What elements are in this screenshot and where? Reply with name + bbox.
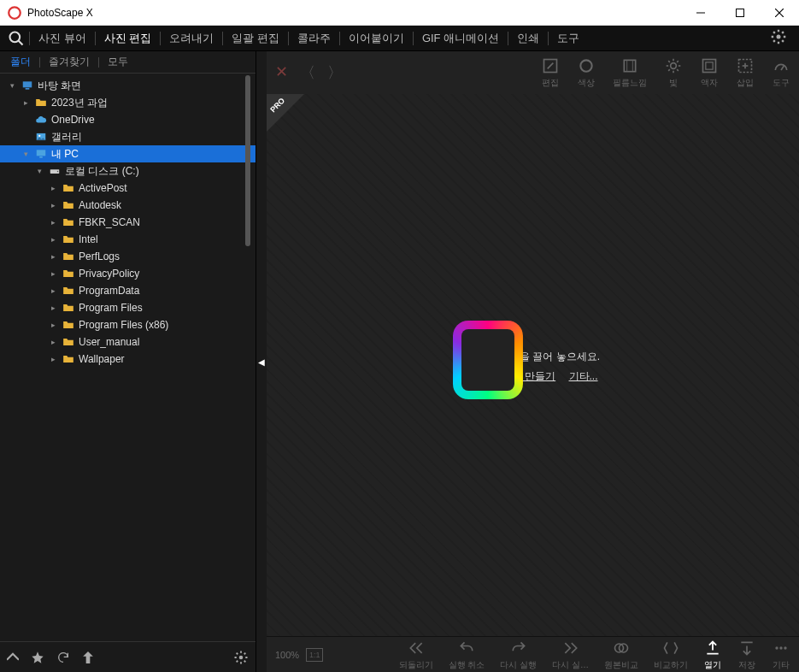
side-tab-0[interactable]: 폴더 bbox=[7, 53, 34, 71]
chevron-right-icon[interactable]: ▸ bbox=[48, 252, 58, 261]
folder-yellow-icon bbox=[62, 250, 75, 263]
prev-icon[interactable]: 〈 bbox=[300, 62, 315, 83]
gallery-icon bbox=[34, 130, 48, 144]
tree-row-3[interactable]: ▾내 PC bbox=[0, 145, 256, 162]
svg-point-39 bbox=[775, 646, 778, 649]
star-icon[interactable] bbox=[31, 651, 44, 664]
chevron-right-icon[interactable]: ▸ bbox=[48, 321, 58, 329]
tree-row-9[interactable]: ▸PerfLogs bbox=[0, 248, 256, 265]
frame-icon bbox=[700, 56, 719, 75]
menu-item-0[interactable]: 사진 뷰어 bbox=[30, 31, 95, 46]
bottom-tool-undo-all[interactable]: 되돌리기 bbox=[399, 639, 433, 671]
open-icon bbox=[703, 639, 722, 657]
chevron-right-icon[interactable]: ▸ bbox=[48, 338, 58, 346]
svg-rect-19 bbox=[624, 60, 635, 71]
next-icon[interactable]: 〉 bbox=[327, 62, 343, 83]
tree-row-5[interactable]: ▸ActivePost bbox=[0, 180, 256, 197]
sidebar-gear-icon[interactable] bbox=[233, 650, 249, 665]
tool-film[interactable]: 필름느낌 bbox=[613, 56, 647, 89]
chevron-right-icon[interactable]: ▸ bbox=[48, 304, 58, 312]
fit-button[interactable]: 1:1 bbox=[306, 648, 323, 662]
splitter[interactable]: ◀ bbox=[256, 51, 267, 672]
folder-tree[interactable]: ▾바탕 화면▸2023년 과업OneDrive갤러리▾내 PC▾로컬 디스크 (… bbox=[0, 74, 256, 641]
chevron-right-icon[interactable]: ▸ bbox=[21, 98, 31, 107]
redo-all-icon bbox=[561, 639, 580, 657]
tool-gauge[interactable]: 도구 bbox=[772, 56, 790, 89]
chevron-right-icon[interactable]: ▸ bbox=[48, 201, 58, 209]
tool-label: 빛 bbox=[669, 77, 678, 89]
menu-item-3[interactable]: 일괄 편집 bbox=[223, 31, 288, 46]
tool-insert[interactable]: 삽입 bbox=[736, 56, 755, 89]
chevron-right-icon[interactable]: ▸ bbox=[48, 184, 58, 192]
svg-point-7 bbox=[777, 35, 781, 39]
folder-yellow-icon bbox=[62, 233, 75, 246]
menu-item-2[interactable]: 오려내기 bbox=[161, 31, 222, 46]
tree-row-8[interactable]: ▸Intel bbox=[0, 231, 256, 248]
tool-frame[interactable]: 액자 bbox=[700, 56, 719, 89]
menu-item-8[interactable]: 도구 bbox=[549, 31, 588, 46]
tree-row-2[interactable]: 갤러리 bbox=[0, 128, 256, 145]
tool-edit[interactable]: 편집 bbox=[541, 56, 560, 89]
other-link[interactable]: 기타... bbox=[569, 370, 598, 382]
bottom-tool-compare[interactable]: 원본비교 bbox=[604, 639, 638, 671]
tool-sun[interactable]: 빛 bbox=[664, 56, 683, 89]
canvas[interactable]: PRO 여기에 사진을 끌어 놓으세요. 열기 새로 만들기 기타... bbox=[267, 94, 799, 636]
chevron-right-icon[interactable]: ▸ bbox=[48, 355, 58, 363]
expand-up-icon[interactable] bbox=[7, 651, 19, 663]
refresh-icon[interactable] bbox=[56, 651, 70, 664]
up-arrow-icon[interactable] bbox=[82, 651, 94, 663]
zoom-label[interactable]: 100% bbox=[275, 650, 299, 660]
menu-item-5[interactable]: 이어붙이기 bbox=[340, 31, 413, 46]
tree-row-15[interactable]: ▸Wallpaper bbox=[0, 351, 256, 368]
pro-badge[interactable] bbox=[267, 94, 304, 132]
settings-icon[interactable] bbox=[765, 28, 792, 48]
bottom-tool-redo-all[interactable]: 다시 실… bbox=[552, 639, 589, 671]
menu-item-4[interactable]: 콜라주 bbox=[289, 31, 339, 46]
bottom-tool-save[interactable]: 저장 bbox=[737, 639, 756, 671]
chevron-down-icon[interactable]: ▾ bbox=[34, 167, 44, 175]
side-tab-1[interactable]: 즐겨찾기 bbox=[45, 53, 93, 71]
close-button[interactable] bbox=[760, 0, 799, 26]
chevron-right-icon[interactable]: ▸ bbox=[48, 286, 58, 295]
tree-label: User_manual bbox=[79, 336, 139, 348]
tree-row-14[interactable]: ▸User_manual bbox=[0, 333, 256, 351]
menu-item-1[interactable]: 사진 편집 bbox=[96, 31, 161, 46]
menu-item-7[interactable]: 인쇄 bbox=[508, 31, 548, 46]
tree-row-10[interactable]: ▸PrivacyPolicy bbox=[0, 265, 256, 282]
tool-circle[interactable]: 색상 bbox=[577, 56, 596, 89]
tree-row-12[interactable]: ▸Program Files bbox=[0, 299, 256, 316]
canvas-topbar: ✕ 〈 〉 편집색상필름느낌빛액자삽입도구 bbox=[267, 51, 799, 94]
tree-row-7[interactable]: ▸FBKR_SCAN bbox=[0, 214, 256, 231]
bottom-tool-redo[interactable]: 다시 실행 bbox=[500, 639, 537, 671]
svg-rect-13 bbox=[39, 156, 43, 158]
chevron-right-icon[interactable]: ▸ bbox=[48, 218, 58, 227]
insert-icon bbox=[736, 56, 755, 75]
search-icon[interactable] bbox=[7, 29, 26, 48]
side-tab-2[interactable]: 모두 bbox=[104, 53, 132, 71]
tree-row-1[interactable]: OneDrive bbox=[0, 111, 256, 128]
scrollbar-thumb[interactable] bbox=[245, 75, 250, 246]
chevron-down-icon[interactable]: ▾ bbox=[7, 81, 17, 90]
chevron-down-icon[interactable]: ▾ bbox=[21, 150, 31, 158]
bottom-tool-open[interactable]: 열기 bbox=[703, 639, 722, 671]
bottom-tool-undo[interactable]: 실행 취소 bbox=[449, 639, 485, 671]
tree-row-0[interactable]: ▸2023년 과업 bbox=[0, 94, 256, 111]
tree-row-13[interactable]: ▸Program Files (x86) bbox=[0, 316, 256, 333]
tree-label: FBKR_SCAN bbox=[79, 216, 140, 228]
maximize-button[interactable] bbox=[720, 0, 760, 26]
bottom-tool-more[interactable]: 기타 bbox=[772, 639, 790, 671]
bottom-tool-compare2[interactable]: 비교하기 bbox=[654, 639, 688, 671]
close-preview-icon[interactable]: ✕ bbox=[275, 62, 288, 83]
tree-row-root[interactable]: ▾바탕 화면 bbox=[0, 77, 256, 94]
svg-point-22 bbox=[671, 63, 677, 69]
tree-row-4[interactable]: ▾로컬 디스크 (C:) bbox=[0, 162, 256, 180]
minimize-button[interactable] bbox=[681, 0, 720, 26]
menu-item-6[interactable]: GIF 애니메이션 bbox=[414, 31, 508, 46]
chevron-right-icon[interactable]: ▸ bbox=[48, 269, 58, 278]
tree-row-6[interactable]: ▸Autodesk bbox=[0, 197, 256, 214]
svg-point-5 bbox=[10, 32, 21, 42]
svg-line-29 bbox=[668, 69, 670, 71]
chevron-right-icon[interactable]: ▸ bbox=[48, 235, 58, 244]
app-icon bbox=[7, 5, 22, 21]
tree-row-11[interactable]: ▸ProgramData bbox=[0, 282, 256, 299]
